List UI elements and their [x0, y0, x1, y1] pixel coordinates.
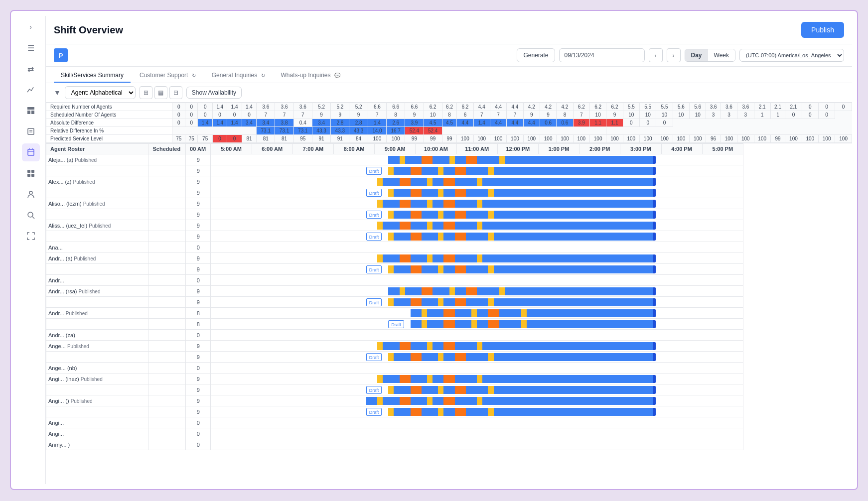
agent-roster-header: Agent Roster [46, 144, 148, 154]
table-row: Alex... (z) Published 9 [46, 176, 743, 187]
timeline-cell-published[interactable] [211, 363, 743, 374]
tab-whatsup-inquiries[interactable]: Whats-up Inquiries 💬 [274, 69, 347, 83]
timeline-cell-draft[interactable]: Draft [211, 264, 743, 275]
hours-cell: 9 [186, 154, 211, 165]
top-header: Shift Overview Publish [46, 16, 852, 44]
publish-button[interactable]: Publish [801, 22, 844, 38]
grid-header: Agent Roster Scheduled 00 AM 5:00 AM 6:0… [46, 144, 743, 154]
next-arrow[interactable]: › [667, 48, 681, 62]
timeline-cell-published[interactable] [211, 176, 743, 187]
timezone-select[interactable]: (UTC-07:00) America/Los_Angeles [739, 49, 844, 62]
timeline-cell-draft[interactable]: Draft [211, 384, 743, 395]
agent-name-cell: Andr... (rsa) Published [46, 286, 148, 297]
timeline-cell-draft[interactable]: Draft [211, 165, 743, 176]
table-row: 8 Draft [46, 319, 743, 330]
timeline-cell-published[interactable] [211, 374, 743, 384]
table-row: Angi... 0 [46, 417, 743, 428]
scheduled-cell [148, 253, 186, 264]
hours-cell: 9 [186, 187, 211, 198]
timeline-cell-published[interactable] [211, 395, 743, 406]
scheduled-cell [148, 308, 186, 319]
agent-name-cell: Alex... (z) Published [46, 176, 148, 187]
sidebar-icon-dashboard[interactable]: ☰ [22, 39, 40, 57]
timeline-cell-draft[interactable]: Draft [211, 209, 743, 220]
timeline-cell-published[interactable] [211, 275, 743, 286]
bar-view-button[interactable]: ▦ [154, 86, 167, 99]
tab-customer-support[interactable]: Customer Support ↻ [133, 69, 203, 83]
agent-name-cell: Angi... () Published [46, 395, 148, 406]
sidebar-icon-user[interactable] [22, 185, 40, 203]
show-availability-button[interactable]: Show Availability [186, 87, 242, 99]
timeline-cell-published[interactable] [211, 154, 743, 165]
timeline-cell-published[interactable] [211, 242, 743, 253]
timeline-cell-published[interactable] [211, 198, 743, 209]
agent-name-cell: Aleja... (a) Published [46, 154, 148, 165]
filter-view-button[interactable]: ⊟ [169, 86, 182, 99]
hours-cell: 9 [186, 253, 211, 264]
hours-header: 00 AM [186, 144, 211, 154]
stats-section: Required Number of Agents 000 1.41.41.4 … [46, 103, 852, 143]
timeline-cell-published[interactable] [211, 308, 743, 319]
hours-cell: 9 [186, 209, 211, 220]
svg-rect-1 [27, 111, 30, 114]
timeline-cell-draft[interactable]: Draft [211, 352, 743, 363]
scheduled-cell [148, 363, 186, 374]
agent-sort-select[interactable]: Agent: Alphabetical [65, 86, 136, 99]
filter-icon[interactable]: ▼ [54, 89, 61, 97]
timeline-cell-published[interactable] [211, 330, 743, 341]
scheduled-cell [148, 417, 186, 428]
sidebar-icon-grid[interactable] [22, 164, 40, 182]
sidebar-icon-zoom[interactable] [22, 206, 40, 224]
timeline-cell-published[interactable] [211, 428, 743, 439]
svg-rect-0 [27, 107, 34, 110]
sidebar-icon-home[interactable] [22, 102, 40, 120]
generate-button[interactable]: Generate [517, 48, 555, 62]
prev-arrow[interactable]: ‹ [649, 48, 663, 62]
absolute-diff-label: Absolute Difference [46, 119, 172, 127]
filter-row: ▼ Agent: Alphabetical ⊞ ▦ ⊟ Show Availab… [46, 83, 852, 103]
table-view-button[interactable]: ⊞ [140, 86, 152, 99]
hours-cell: 0 [186, 417, 211, 428]
agent-name-cell [46, 165, 148, 176]
timeline-cell-draft[interactable]: Draft [211, 406, 743, 417]
scheduled-cell [148, 384, 186, 395]
agent-name-cell: Andr... Published [46, 308, 148, 319]
timeline-cell-draft[interactable]: Draft [211, 319, 743, 330]
day-button[interactable]: Day [685, 49, 708, 61]
table-row: Ana... 0 [46, 242, 743, 253]
timeline-cell-published[interactable] [211, 341, 743, 352]
sidebar-icon-expand[interactable] [22, 227, 40, 245]
timeline-cell-published[interactable] [211, 220, 743, 231]
sidebar-toggle[interactable]: › [24, 20, 38, 34]
agent-name-cell [46, 231, 148, 242]
sidebar-icon-schedule[interactable] [22, 143, 40, 161]
agent-name-cell: Andr... [46, 275, 148, 286]
timeline-cell-published[interactable] [211, 439, 743, 450]
timeline-cell-published[interactable] [211, 253, 743, 264]
time-header-2pm: 2:00 PM [579, 144, 620, 154]
sidebar-icon-chart[interactable] [22, 81, 40, 99]
agent-name-cell [46, 297, 148, 308]
timeline-cell-draft[interactable]: Draft [211, 231, 743, 242]
customer-support-icon: ↻ [192, 73, 196, 78]
sidebar-icon-reports[interactable] [22, 123, 40, 140]
time-header-4pm: 4:00 PM [661, 144, 702, 154]
timeline-cell-draft[interactable]: Draft [211, 297, 743, 308]
scheduled-cell [148, 374, 186, 384]
week-button[interactable]: Week [708, 49, 735, 61]
timeline-cell-draft[interactable]: Draft [211, 187, 743, 198]
agent-name-cell: Angi... [46, 417, 148, 428]
timeline-cell-published[interactable] [211, 417, 743, 428]
tab-general-inquiries[interactable]: General Inquiries ↻ [205, 69, 272, 83]
agent-name-cell: Ange... Published [46, 341, 148, 352]
stat-row-required: Required Number of Agents 000 1.41.41.4 … [46, 103, 852, 111]
time-header-10am: 10:00 AM [416, 144, 456, 154]
sidebar-icon-share[interactable]: ⇄ [22, 60, 40, 78]
relative-diff-label: Relative Difference In % [46, 127, 172, 135]
svg-point-15 [28, 212, 33, 217]
timeline-cell-published[interactable] [211, 286, 743, 297]
date-input[interactable] [559, 48, 645, 62]
tab-skills-summary[interactable]: Skill/Services Summary [54, 69, 131, 83]
view-icons: ⊞ ▦ ⊟ [140, 86, 182, 99]
table-row: 9 Draft [46, 231, 743, 242]
